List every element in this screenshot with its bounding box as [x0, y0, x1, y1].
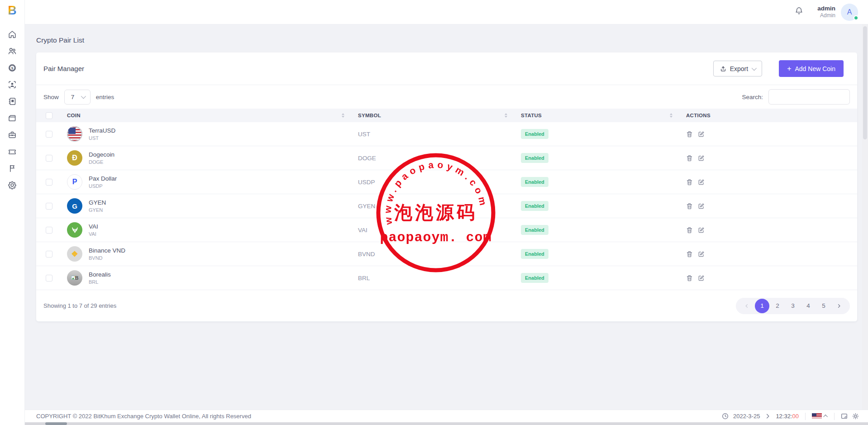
sort-icon[interactable]	[342, 113, 344, 118]
chevron-right-icon	[764, 413, 771, 420]
sidebar-item-dollar-coin[interactable]: $	[4, 63, 21, 72]
export-button[interactable]: Export	[713, 61, 762, 76]
prev-page-button[interactable]	[739, 299, 754, 313]
fullscreen-icon[interactable]	[841, 413, 848, 420]
table-controls: Show 7 entries Search:	[36, 85, 857, 109]
sidebar-item-flag[interactable]	[4, 164, 21, 173]
edit-icon[interactable]	[698, 179, 705, 186]
footer-date: 2022-3-25	[733, 413, 760, 420]
column-header[interactable]: SYMBOL	[358, 113, 381, 118]
entries-label: entries	[96, 94, 114, 100]
sidebar-item-home[interactable]	[4, 30, 21, 39]
length-control: Show 7 entries	[43, 90, 114, 105]
export-label: Export	[730, 65, 748, 72]
column-header[interactable]: COIN	[67, 113, 81, 118]
edit-icon[interactable]	[698, 275, 705, 282]
edit-icon[interactable]	[698, 131, 705, 138]
row-checkbox[interactable]	[46, 131, 52, 138]
sidebar-item-notebook[interactable]	[4, 97, 21, 106]
sidebar-item-briefcase[interactable]	[4, 130, 21, 139]
topbar: admin Admin A	[25, 0, 868, 24]
search-label: Search:	[742, 94, 763, 100]
edit-icon[interactable]	[698, 203, 705, 210]
column-header[interactable]: ACTIONS	[686, 113, 711, 118]
pagination: 12345	[736, 298, 850, 314]
brand-logo[interactable]: B	[8, 4, 17, 17]
divider	[805, 413, 806, 420]
pair-manager-card: Pair Manager Export + Add New Coin Show	[36, 53, 857, 321]
table-row: ĐDogecoinDOGEDOGEEnabled	[36, 146, 857, 170]
notifications-bell-icon[interactable]	[794, 6, 804, 18]
page-button-3[interactable]: 3	[786, 299, 800, 313]
delete-icon[interactable]	[686, 251, 693, 258]
delete-icon[interactable]	[686, 155, 693, 162]
divider	[834, 413, 835, 420]
us-flag-icon	[812, 413, 822, 419]
avatar-letter: A	[847, 8, 852, 16]
add-new-coin-button[interactable]: + Add New Coin	[779, 60, 844, 77]
table-row: BBorealisBRLBRLEnabled	[36, 266, 857, 290]
delete-icon[interactable]	[686, 179, 693, 186]
coin-code: BVND	[89, 255, 125, 261]
search-input[interactable]	[768, 89, 850, 105]
coin-symbol: BRL	[358, 275, 370, 282]
status-badge: Enabled	[521, 225, 548, 235]
sidebar-item-user-frame[interactable]	[4, 80, 21, 89]
coin-name: GYEN	[89, 199, 106, 207]
select-all-checkbox[interactable]	[46, 112, 52, 119]
footer-time: 12:32:00	[776, 413, 799, 420]
gear-icon	[8, 181, 17, 190]
avatar[interactable]: A	[841, 4, 858, 21]
search-control: Search:	[742, 89, 850, 105]
row-checkbox[interactable]	[46, 227, 52, 234]
sidebar-item-gear[interactable]	[4, 181, 21, 190]
notebook-icon	[8, 97, 17, 106]
delete-icon[interactable]	[686, 203, 693, 210]
briefcase-icon	[8, 130, 17, 139]
coin-symbol: USDP	[358, 179, 375, 186]
row-checkbox[interactable]	[46, 275, 52, 282]
page-title: Crypto Pair List	[36, 36, 857, 44]
column-header[interactable]: STATUS	[521, 113, 542, 118]
page-button-4[interactable]: 4	[801, 299, 816, 313]
coin-symbol: UST	[358, 131, 370, 138]
coin-code: GYEN	[89, 207, 106, 213]
user-role: Admin	[817, 12, 835, 19]
home-icon	[8, 30, 17, 39]
page-button-5[interactable]: 5	[816, 299, 831, 313]
edit-icon[interactable]	[698, 251, 705, 258]
horizontal-scrollbar-thumb[interactable]	[45, 422, 67, 425]
table-row: ❖Binance VNDBVNDBVNDEnabled	[36, 242, 857, 266]
sidebar-item-users[interactable]	[4, 47, 21, 56]
delete-icon[interactable]	[686, 131, 693, 138]
page-size-select[interactable]: 7	[64, 90, 91, 105]
table-row: GGYENGYENGYENEnabled	[36, 194, 857, 218]
copyright-text: COPYRIGHT © 2022 BitKhum Exchange Crypto…	[36, 413, 251, 420]
edit-icon[interactable]	[698, 155, 705, 162]
row-checkbox[interactable]	[46, 179, 52, 186]
theme-brightness-icon[interactable]	[852, 413, 859, 420]
time-hm: 12:32:	[776, 413, 792, 420]
sort-icon[interactable]	[670, 113, 672, 118]
page-button-1[interactable]: 1	[755, 299, 769, 313]
page-size-value: 7	[71, 94, 75, 100]
coin-bvnd-icon: ❖	[67, 246, 82, 262]
coin-symbol: DOGE	[358, 155, 376, 162]
row-checkbox[interactable]	[46, 155, 52, 162]
coin-vai-icon	[67, 222, 82, 238]
row-checkbox[interactable]	[46, 203, 52, 210]
next-page-button[interactable]	[832, 299, 846, 313]
coin-name: Borealis	[89, 271, 111, 279]
delete-icon[interactable]	[686, 275, 693, 282]
page-button-2[interactable]: 2	[770, 299, 785, 313]
sidebar-item-ticket[interactable]	[4, 147, 21, 156]
status-badge: Enabled	[521, 249, 548, 259]
edit-icon[interactable]	[698, 227, 705, 234]
row-checkbox[interactable]	[46, 251, 52, 258]
sort-icon[interactable]	[505, 113, 507, 118]
sidebar-item-wallet[interactable]	[4, 114, 21, 123]
delete-icon[interactable]	[686, 227, 693, 234]
vertical-scrollbar-thumb[interactable]	[863, 26, 867, 139]
language-selector[interactable]	[812, 413, 828, 419]
user-info[interactable]: admin Admin	[817, 5, 835, 19]
